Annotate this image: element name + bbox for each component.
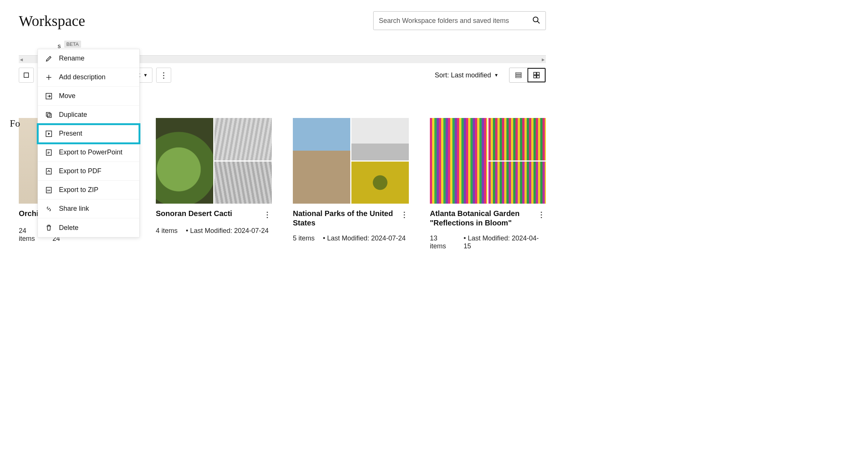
view-toggle bbox=[509, 68, 546, 83]
pdf-icon bbox=[45, 167, 53, 175]
svg-line-1 bbox=[538, 21, 540, 23]
scroll-left-arrow-icon[interactable]: ◀ bbox=[19, 56, 24, 63]
menu-present[interactable]: Present bbox=[38, 124, 139, 143]
dots-vertical-icon bbox=[264, 210, 271, 219]
folder-modified: Last Modified: 2024-07-24 bbox=[323, 234, 405, 242]
folder-thumbnail bbox=[156, 118, 272, 204]
folder-more-button[interactable] bbox=[537, 209, 546, 220]
menu-rename[interactable]: Rename bbox=[38, 49, 139, 68]
scroll-right-arrow-icon[interactable]: ▶ bbox=[541, 56, 546, 63]
folder-item-count: 13 items bbox=[430, 234, 455, 250]
plus-icon bbox=[45, 73, 53, 82]
svg-point-0 bbox=[533, 17, 538, 22]
dots-vertical-icon bbox=[401, 210, 408, 219]
powerpoint-icon: P bbox=[45, 148, 53, 157]
folder-title: Sonoran Desert Cacti bbox=[156, 209, 232, 218]
menu-move[interactable]: Move bbox=[38, 87, 139, 106]
zip-icon: ZIP bbox=[45, 186, 53, 194]
svg-rect-4 bbox=[516, 74, 521, 76]
search-field-wrap[interactable] bbox=[373, 11, 546, 30]
folder-more-button[interactable] bbox=[400, 209, 409, 220]
svg-rect-2 bbox=[24, 73, 29, 77]
folder-modified: Last Modified: 2024-07-24 bbox=[186, 227, 268, 235]
chevron-down-icon: ▼ bbox=[143, 73, 148, 78]
pencil-icon bbox=[45, 54, 53, 63]
svg-rect-18 bbox=[46, 168, 51, 174]
folder-modified: Last Modified: 2024-04-15 bbox=[464, 234, 546, 250]
svg-rect-7 bbox=[537, 73, 539, 75]
menu-add-description[interactable]: Add description bbox=[38, 68, 139, 87]
menu-export-zip[interactable]: ZIP Export to ZIP bbox=[38, 181, 139, 200]
sort-indicator[interactable]: Sort: Last modified ▼ bbox=[435, 71, 499, 79]
menu-export-powerpoint[interactable]: P Export to PowerPoint bbox=[38, 143, 139, 162]
section-heading-folders: Fo bbox=[10, 118, 20, 129]
svg-rect-14 bbox=[48, 113, 51, 117]
folder-item-count: 4 items bbox=[156, 227, 178, 235]
menu-export-pdf[interactable]: Export to PDF bbox=[38, 162, 139, 181]
menu-delete[interactable]: Delete bbox=[38, 218, 139, 237]
folder-thumbnail bbox=[293, 118, 409, 204]
svg-rect-13 bbox=[46, 112, 50, 116]
folder-title: National Parks of the United States bbox=[293, 209, 397, 228]
present-icon bbox=[45, 130, 53, 138]
dots-vertical-icon bbox=[160, 71, 167, 80]
dots-vertical-icon bbox=[538, 210, 545, 219]
folder-thumbnail bbox=[430, 118, 546, 204]
toolbar-more-button[interactable] bbox=[156, 68, 171, 83]
svg-rect-9 bbox=[537, 76, 539, 78]
folder-more-button[interactable] bbox=[263, 209, 272, 220]
link-icon bbox=[45, 205, 53, 213]
menu-share-link[interactable]: Share link bbox=[38, 200, 139, 218]
svg-text:ZIP: ZIP bbox=[47, 189, 50, 192]
svg-text:P: P bbox=[48, 151, 50, 155]
trash-icon bbox=[45, 224, 53, 232]
svg-rect-6 bbox=[534, 73, 536, 75]
duplicate-icon bbox=[45, 111, 53, 119]
menu-duplicate[interactable]: Duplicate bbox=[38, 106, 139, 124]
folder-card[interactable]: National Parks of the United States 5 it… bbox=[293, 118, 409, 250]
search-input[interactable] bbox=[379, 17, 532, 25]
search-icon[interactable] bbox=[532, 16, 540, 26]
page-title: Workspace bbox=[19, 12, 85, 30]
view-grid-button[interactable] bbox=[527, 68, 546, 82]
folder-item-count: 5 items bbox=[293, 234, 315, 242]
toolbar-button-left[interactable] bbox=[19, 68, 34, 83]
folder-title: Atlanta Botanical Garden "Reflections in… bbox=[430, 209, 534, 228]
folder-card[interactable]: Sonoran Desert Cacti 4 items Last Modifi… bbox=[156, 118, 272, 250]
svg-rect-5 bbox=[516, 76, 521, 77]
view-list-button[interactable] bbox=[509, 68, 527, 82]
context-menu: Rename Add description Move Duplicate Pr… bbox=[38, 49, 140, 237]
beta-badge: BETA bbox=[64, 41, 81, 48]
move-icon bbox=[45, 92, 53, 100]
svg-rect-8 bbox=[534, 76, 536, 78]
svg-rect-3 bbox=[516, 73, 521, 74]
chevron-down-icon: ▼ bbox=[494, 73, 499, 78]
folder-card[interactable]: Atlanta Botanical Garden "Reflections in… bbox=[430, 118, 546, 250]
